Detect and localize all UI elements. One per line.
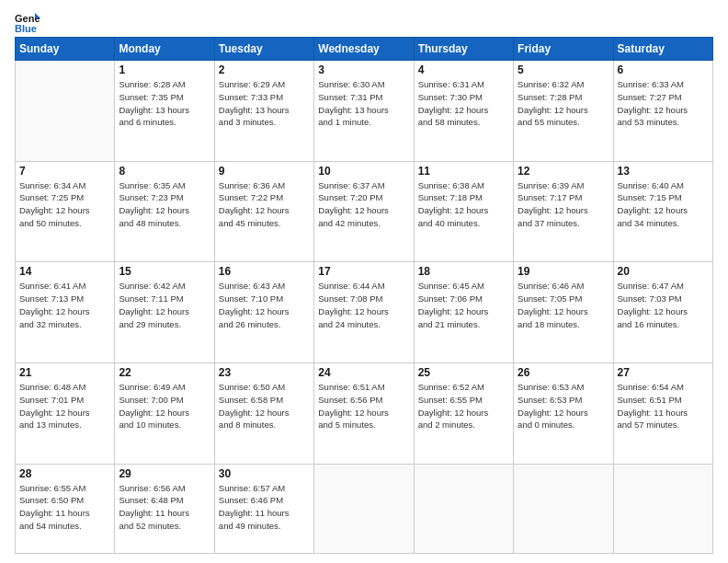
day-info: Sunrise: 6:37 AMSunset: 7:20 PMDaylight:… [318, 179, 409, 230]
day-cell: 10Sunrise: 6:37 AMSunset: 7:20 PMDayligh… [314, 161, 414, 262]
day-cell: 17Sunrise: 6:44 AMSunset: 7:08 PMDayligh… [314, 262, 414, 363]
day-number: 27 [618, 366, 709, 379]
day-info: Sunrise: 6:38 AMSunset: 7:18 PMDaylight:… [418, 179, 509, 230]
day-info: Sunrise: 6:36 AMSunset: 7:22 PMDaylight:… [219, 179, 310, 230]
day-number: 3 [318, 63, 409, 76]
day-number: 7 [19, 165, 110, 178]
logo: General Blue [15, 11, 46, 33]
day-number: 14 [19, 265, 110, 278]
day-info: Sunrise: 6:43 AMSunset: 7:10 PMDaylight:… [219, 280, 310, 330]
day-number: 26 [518, 366, 609, 379]
day-cell: 21Sunrise: 6:48 AMSunset: 7:01 PMDayligh… [16, 363, 115, 465]
day-number: 28 [19, 467, 110, 480]
svg-text:Blue: Blue [15, 23, 37, 33]
header: General Blue [15, 11, 713, 33]
day-cell: 11Sunrise: 6:38 AMSunset: 7:18 PMDayligh… [414, 161, 513, 262]
day-number: 22 [119, 366, 210, 379]
day-cell: 18Sunrise: 6:45 AMSunset: 7:06 PMDayligh… [414, 262, 513, 363]
day-info: Sunrise: 6:41 AMSunset: 7:13 PMDaylight:… [19, 280, 110, 330]
week-row-4: 21Sunrise: 6:48 AMSunset: 7:01 PMDayligh… [16, 363, 713, 465]
calendar-table: SundayMondayTuesdayWednesdayThursdayFrid… [15, 37, 713, 554]
day-cell: 3Sunrise: 6:30 AMSunset: 7:31 PMDaylight… [314, 61, 414, 162]
header-cell-tuesday: Tuesday [214, 38, 313, 61]
day-number: 24 [318, 366, 409, 379]
day-info: Sunrise: 6:33 AMSunset: 7:27 PMDaylight:… [618, 78, 709, 129]
day-number: 21 [19, 366, 110, 379]
day-cell: 1Sunrise: 6:28 AMSunset: 7:35 PMDaylight… [115, 61, 214, 162]
day-cell: 24Sunrise: 6:51 AMSunset: 6:56 PMDayligh… [314, 363, 414, 465]
day-info: Sunrise: 6:56 AMSunset: 6:48 PMDaylight:… [119, 482, 210, 533]
day-cell: 28Sunrise: 6:55 AMSunset: 6:50 PMDayligh… [16, 464, 115, 553]
day-number: 9 [219, 165, 310, 178]
day-info: Sunrise: 6:54 AMSunset: 6:51 PMDaylight:… [618, 381, 709, 431]
logo-icon: General Blue [15, 11, 40, 33]
day-cell: 2Sunrise: 6:29 AMSunset: 7:33 PMDaylight… [214, 61, 313, 162]
day-cell [16, 61, 115, 162]
day-cell: 29Sunrise: 6:56 AMSunset: 6:48 PMDayligh… [115, 464, 214, 553]
day-info: Sunrise: 6:29 AMSunset: 7:33 PMDaylight:… [219, 78, 310, 129]
day-info: Sunrise: 6:34 AMSunset: 7:25 PMDaylight:… [19, 179, 110, 230]
day-number: 16 [219, 265, 310, 278]
day-number: 4 [418, 63, 509, 76]
day-number: 23 [219, 366, 310, 379]
day-cell [314, 464, 414, 553]
day-cell: 27Sunrise: 6:54 AMSunset: 6:51 PMDayligh… [613, 363, 712, 465]
header-cell-thursday: Thursday [414, 38, 513, 61]
day-info: Sunrise: 6:45 AMSunset: 7:06 PMDaylight:… [418, 280, 509, 330]
day-cell: 25Sunrise: 6:52 AMSunset: 6:55 PMDayligh… [414, 363, 513, 465]
day-cell: 20Sunrise: 6:47 AMSunset: 7:03 PMDayligh… [613, 262, 712, 363]
header-cell-sunday: Sunday [16, 38, 115, 61]
day-info: Sunrise: 6:30 AMSunset: 7:31 PMDaylight:… [318, 78, 409, 129]
day-number: 10 [318, 165, 409, 178]
day-number: 18 [418, 265, 509, 278]
header-cell-friday: Friday [514, 38, 613, 61]
day-info: Sunrise: 6:51 AMSunset: 6:56 PMDaylight:… [318, 381, 409, 431]
week-row-3: 14Sunrise: 6:41 AMSunset: 7:13 PMDayligh… [16, 262, 713, 363]
day-info: Sunrise: 6:39 AMSunset: 7:17 PMDaylight:… [518, 179, 609, 230]
day-number: 15 [119, 265, 210, 278]
day-number: 2 [219, 63, 310, 76]
day-info: Sunrise: 6:53 AMSunset: 6:53 PMDaylight:… [518, 381, 609, 431]
day-cell: 16Sunrise: 6:43 AMSunset: 7:10 PMDayligh… [214, 262, 313, 363]
day-info: Sunrise: 6:42 AMSunset: 7:11 PMDaylight:… [119, 280, 210, 330]
day-number: 6 [618, 63, 709, 76]
day-number: 12 [518, 165, 609, 178]
day-number: 17 [318, 265, 409, 278]
day-info: Sunrise: 6:52 AMSunset: 6:55 PMDaylight:… [418, 381, 509, 431]
day-info: Sunrise: 6:57 AMSunset: 6:46 PMDaylight:… [219, 482, 310, 533]
day-cell: 19Sunrise: 6:46 AMSunset: 7:05 PMDayligh… [514, 262, 613, 363]
day-number: 29 [119, 467, 210, 480]
day-cell: 5Sunrise: 6:32 AMSunset: 7:28 PMDaylight… [514, 61, 613, 162]
day-info: Sunrise: 6:32 AMSunset: 7:28 PMDaylight:… [518, 78, 609, 129]
day-number: 30 [219, 467, 310, 480]
day-info: Sunrise: 6:50 AMSunset: 6:58 PMDaylight:… [219, 381, 310, 431]
day-cell: 7Sunrise: 6:34 AMSunset: 7:25 PMDaylight… [16, 161, 115, 262]
day-cell: 6Sunrise: 6:33 AMSunset: 7:27 PMDaylight… [613, 61, 712, 162]
day-cell: 12Sunrise: 6:39 AMSunset: 7:17 PMDayligh… [514, 161, 613, 262]
day-info: Sunrise: 6:48 AMSunset: 7:01 PMDaylight:… [19, 381, 110, 431]
day-cell [514, 464, 613, 553]
day-cell [414, 464, 513, 553]
header-cell-saturday: Saturday [613, 38, 712, 61]
day-number: 13 [618, 165, 709, 178]
header-row: SundayMondayTuesdayWednesdayThursdayFrid… [16, 38, 713, 61]
day-number: 8 [119, 165, 210, 178]
header-cell-monday: Monday [115, 38, 214, 61]
calendar-page: General Blue SundayMondayTuesdayWednesda… [0, 0, 728, 563]
day-info: Sunrise: 6:47 AMSunset: 7:03 PMDaylight:… [618, 280, 709, 330]
day-cell: 30Sunrise: 6:57 AMSunset: 6:46 PMDayligh… [214, 464, 313, 553]
day-info: Sunrise: 6:40 AMSunset: 7:15 PMDaylight:… [618, 179, 709, 230]
day-cell: 15Sunrise: 6:42 AMSunset: 7:11 PMDayligh… [115, 262, 214, 363]
day-number: 25 [418, 366, 509, 379]
header-cell-wednesday: Wednesday [314, 38, 414, 61]
day-cell [613, 464, 712, 553]
day-info: Sunrise: 6:44 AMSunset: 7:08 PMDaylight:… [318, 280, 409, 330]
week-row-1: 1Sunrise: 6:28 AMSunset: 7:35 PMDaylight… [16, 61, 713, 162]
week-row-5: 28Sunrise: 6:55 AMSunset: 6:50 PMDayligh… [16, 464, 713, 553]
day-cell: 13Sunrise: 6:40 AMSunset: 7:15 PMDayligh… [613, 161, 712, 262]
day-cell: 26Sunrise: 6:53 AMSunset: 6:53 PMDayligh… [514, 363, 613, 465]
day-cell: 9Sunrise: 6:36 AMSunset: 7:22 PMDaylight… [214, 161, 313, 262]
day-number: 11 [418, 165, 509, 178]
day-number: 5 [518, 63, 609, 76]
day-cell: 14Sunrise: 6:41 AMSunset: 7:13 PMDayligh… [16, 262, 115, 363]
